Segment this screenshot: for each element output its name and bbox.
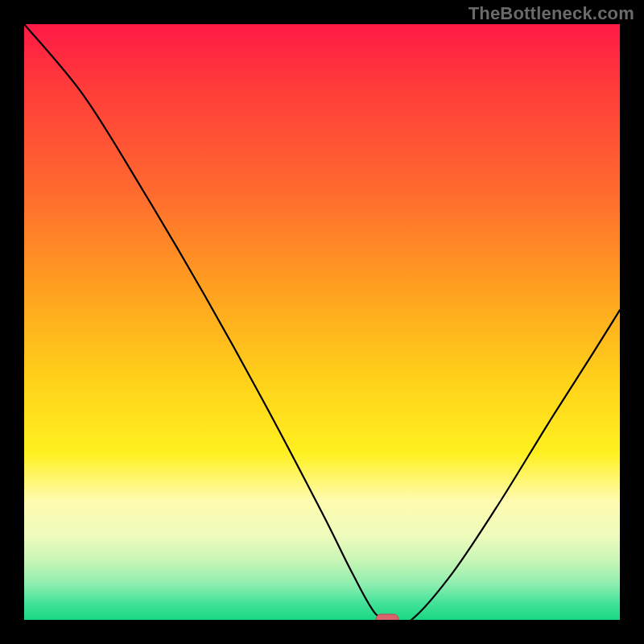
minimum-marker xyxy=(375,613,399,620)
marker-pill xyxy=(376,614,398,620)
bottleneck-curve xyxy=(24,24,620,620)
curve-svg xyxy=(24,24,620,620)
plot-area xyxy=(24,24,620,620)
watermark-text: TheBottleneck.com xyxy=(469,3,634,24)
chart-frame: TheBottleneck.com xyxy=(0,0,644,644)
